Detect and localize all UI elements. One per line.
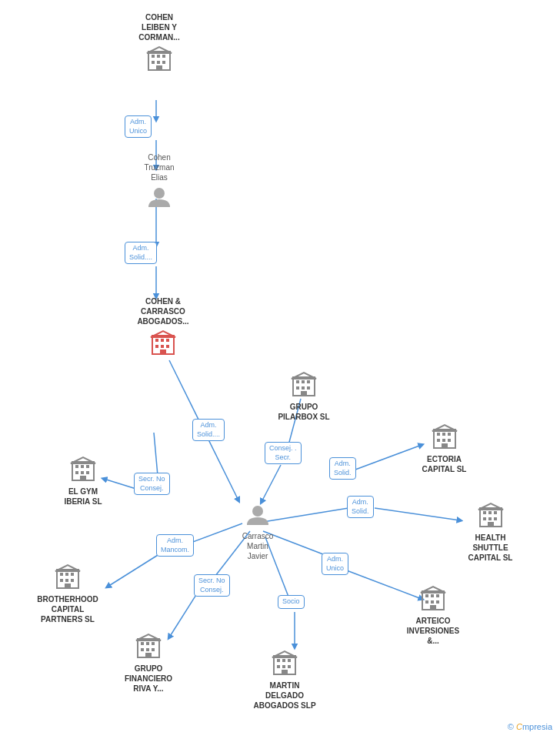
svg-rect-91 [431,600,434,604]
node-cohen-truzman: CohenTruzmanElias [128,152,190,213]
building-icon-grupo-pilarbox [290,371,318,399]
svg-rect-101 [152,648,155,651]
svg-rect-46 [307,386,310,390]
node-grupo-financiero: GRUPOFINANCIERORIVA Y... [114,630,183,694]
svg-rect-26 [157,61,160,64]
person-icon-cohen-truzman [147,186,172,210]
svg-rect-107 [288,659,291,662]
svg-rect-84 [65,584,71,588]
svg-rect-97 [146,642,149,645]
svg-line-11 [108,553,162,587]
svg-rect-69 [483,511,486,514]
svg-rect-27 [162,61,165,64]
svg-rect-111 [282,670,288,674]
badge-adm-solid-health[interactable]: Adm.Solid. [347,496,374,518]
building-icon-cohen-leiben [145,45,173,73]
svg-rect-96 [141,642,144,645]
node-el-gym-iberia: EL GYMIBERIA SL [52,453,114,507]
badge-adm-unico-top[interactable]: Adm.Unico [125,115,152,138]
svg-rect-51 [442,433,445,436]
svg-rect-50 [437,433,440,436]
ectoria-label: ECTORIACAPITAL SL [422,454,467,474]
svg-rect-72 [483,517,486,520]
svg-rect-23 [157,55,160,58]
building-icon-grupo-financiero [135,633,162,660]
svg-rect-102 [145,653,152,657]
svg-rect-108 [277,665,280,668]
svg-point-30 [154,188,165,199]
grupo-financiero-label: GRUPOFINANCIERORIVA Y... [125,664,172,694]
svg-rect-110 [288,665,291,668]
martin-delgado-label: MARTINDELGADOABOGADOS SLP [253,680,315,711]
health-shuttle-label: HEALTHSHUTTLECAPITAL SL [468,533,513,563]
svg-rect-79 [65,573,68,576]
svg-rect-87 [425,594,428,597]
badge-adm-solid-top[interactable]: Adm.Solid.... [125,242,157,264]
watermark-copyright: © [508,722,514,731]
badge-socio[interactable]: Socio [278,595,305,609]
svg-rect-36 [161,345,164,348]
svg-rect-43 [307,380,310,383]
carrasco-martin-label: CarrascoMartinJavier [242,531,274,561]
svg-rect-73 [488,517,492,520]
svg-rect-99 [141,648,144,651]
cohen-carrasco-label: COHEN &CARRASCOABOGADOS... [137,296,188,326]
node-grupo-pilarbox: GRUPOPILARBOX SL [273,368,335,422]
svg-line-12 [375,508,460,520]
building-icon-brotherhood [54,563,82,591]
building-icon-ectoria [431,423,458,451]
badge-adm-solid-ectoria[interactable]: Adm.Solid. [329,457,356,480]
badge-consej-secr[interactable]: Consej. .Secr. [265,442,302,464]
cohen-leiben-label: COHENLEIBEN YCORMAN... [138,12,179,42]
svg-rect-54 [442,439,445,442]
badge-secr-no-consej-gymiberia[interactable]: Secr. NoConsej. [134,473,170,495]
building-icon-arteico [419,585,447,613]
svg-rect-35 [155,345,158,348]
badge-secr-no-consej-lower[interactable]: Secr. NoConsej. [194,574,230,597]
building-icon-el-gym [69,456,97,483]
svg-rect-82 [65,579,68,582]
svg-rect-47 [301,391,307,396]
svg-line-6 [262,465,281,502]
badge-adm-unico-lower[interactable]: Adm.Unico [322,553,348,575]
node-brotherhood-capital: BROTHERHOODCAPITALPARTNERS SL [29,560,106,624]
svg-rect-89 [436,594,439,597]
node-martin-delgado: MARTINDELGADOABOGADOS SLP [250,647,319,711]
svg-rect-55 [448,439,451,442]
svg-rect-56 [442,443,448,448]
svg-rect-38 [160,349,166,354]
svg-rect-34 [166,339,169,342]
svg-rect-52 [448,433,451,436]
arteico-label: ARTEICOINVERSIONES&... [407,616,459,646]
svg-rect-71 [494,511,497,514]
svg-rect-98 [152,642,155,645]
building-icon-cohen-carrasco [149,329,177,357]
svg-rect-45 [302,386,305,390]
svg-rect-59 [75,465,78,468]
svg-rect-44 [296,386,299,390]
watermark-brand-c: C [516,722,522,731]
svg-line-9 [154,433,158,476]
badge-adm-mancom[interactable]: Adm.Mancom. [156,534,194,557]
svg-rect-63 [81,471,84,474]
brotherhood-label: BROTHERHOODCAPITALPARTNERS SL [37,594,98,624]
badge-adm-solid-pilarbox-left[interactable]: Adm.Solid.... [192,419,225,441]
node-cohen-carrasco: COHEN &CARRASCOABOGADOS... [128,296,198,360]
svg-rect-90 [425,600,428,604]
svg-rect-88 [431,594,434,597]
svg-rect-22 [152,55,155,58]
building-icon-health-shuttle [477,502,505,530]
svg-rect-25 [152,61,155,64]
svg-point-67 [252,506,263,517]
svg-rect-61 [86,465,89,468]
el-gym-label: EL GYMIBERIA SL [64,487,102,507]
svg-rect-93 [430,605,436,610]
svg-rect-41 [296,380,299,383]
building-icon-martin-delgado [271,650,298,677]
svg-rect-28 [156,65,162,70]
svg-rect-60 [81,465,84,468]
svg-rect-92 [436,600,439,604]
node-carrasco-martin: CarrascoMartinJavier [227,500,288,561]
svg-rect-32 [155,339,158,342]
svg-rect-64 [86,471,89,474]
